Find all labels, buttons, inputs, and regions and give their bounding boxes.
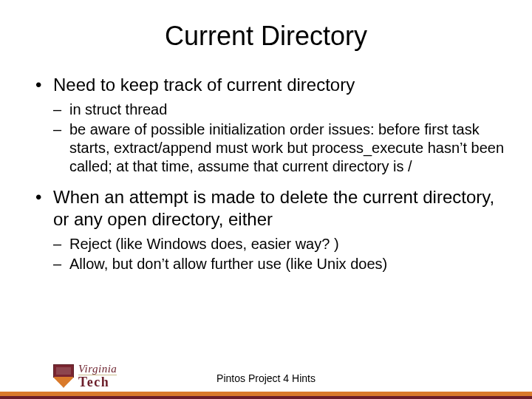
bullet-text: Need to keep track of current directory bbox=[53, 75, 355, 95]
logo-word2: Tech bbox=[78, 375, 117, 389]
bullet-item: Need to keep track of current directory … bbox=[35, 74, 510, 176]
sub-bullet-list: Reject (like Windows does, easier way? )… bbox=[53, 235, 510, 273]
bullet-item: When an attempt is made to delete the cu… bbox=[35, 186, 510, 273]
sub-bullet-text: in struct thread bbox=[69, 101, 167, 117]
bullet-list: Need to keep track of current directory … bbox=[35, 74, 510, 273]
sub-bullet-item: be aware of possible initialization orde… bbox=[53, 120, 510, 176]
bullet-text: When an attempt is made to delete the cu… bbox=[53, 187, 494, 229]
logo-word1: Virginia bbox=[78, 364, 117, 374]
slide-title: Current Directory bbox=[0, 0, 532, 74]
sub-bullet-item: Reject (like Windows does, easier way? ) bbox=[53, 235, 510, 253]
sub-bullet-item: in struct thread bbox=[53, 100, 510, 119]
slide-body: Need to keep track of current directory … bbox=[0, 74, 532, 273]
footer-stripe-maroon bbox=[0, 396, 532, 399]
logo-wordmark: Virginia Tech bbox=[78, 364, 117, 389]
vt-logo: Virginia Tech bbox=[53, 364, 117, 389]
sub-bullet-item: Allow, but don’t allow further use (like… bbox=[53, 255, 510, 273]
sub-bullet-list: in struct thread be aware of possible in… bbox=[53, 100, 510, 176]
sub-bullet-text: be aware of possible initialization orde… bbox=[69, 121, 504, 174]
slide: Current Directory Need to keep track of … bbox=[0, 0, 532, 399]
shield-icon bbox=[53, 364, 74, 388]
slide-footer: Pintos Project 4 Hints Virginia Tech bbox=[0, 355, 532, 399]
sub-bullet-text: Reject (like Windows does, easier way? ) bbox=[69, 236, 339, 252]
sub-bullet-text: Allow, but don’t allow further use (like… bbox=[69, 256, 387, 272]
